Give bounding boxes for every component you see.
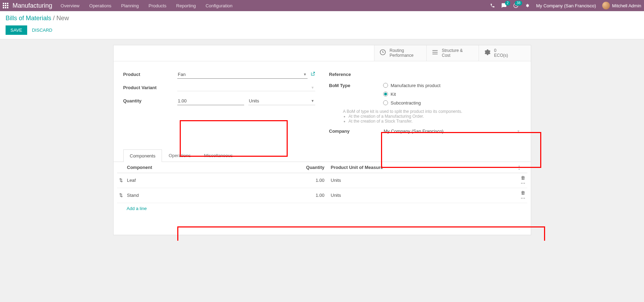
menu-planning[interactable]: Planning — [121, 3, 139, 8]
list-icon — [432, 49, 439, 57]
bom-type-label: BoM Type — [329, 83, 383, 88]
radio-icon — [383, 83, 388, 88]
reference-label: Reference — [329, 72, 383, 77]
variant-label: Product Variant — [123, 85, 177, 90]
cell-component[interactable]: Stand — [125, 188, 292, 203]
cell-quantity[interactable]: 1.00 — [292, 188, 327, 203]
clock-icon — [379, 49, 386, 57]
cell-component[interactable]: Leaf — [125, 173, 292, 188]
cell-uom[interactable]: Units — [327, 188, 515, 203]
menu-reporting[interactable]: Reporting — [176, 3, 196, 8]
chevron-down-icon: ▼ — [311, 86, 315, 90]
svg-rect-3 — [432, 52, 437, 53]
radio-icon — [383, 100, 388, 105]
apps-icon[interactable] — [3, 3, 8, 8]
topbar: Manufacturing Overview Operations Planni… — [0, 0, 644, 11]
drag-handle-icon[interactable]: ⇅ — [117, 188, 125, 203]
quantity-label: Quantity — [123, 98, 177, 103]
user-menu[interactable]: Mitchell Admin — [602, 2, 641, 9]
tab-miscellaneous[interactable]: Miscellaneous — [197, 149, 239, 162]
form-left-column: Product Fan ▼ Product Variant — [123, 70, 315, 135]
delete-row-icon[interactable]: 🗑 ⋯ — [515, 188, 527, 203]
tab-operations[interactable]: Operations — [162, 149, 197, 162]
svg-rect-4 — [432, 54, 437, 54]
reference-input[interactable] — [383, 70, 521, 78]
col-quantity: Quantity — [292, 162, 327, 173]
menu-operations[interactable]: Operations — [89, 3, 111, 8]
form-right-column: Reference BoM Type Manufacture this prod… — [329, 70, 521, 135]
components-table-wrap: Component Quantity Product Unit of Measu… — [114, 162, 531, 214]
chat-icon[interactable]: 2 — [501, 3, 507, 8]
external-link-icon[interactable] — [310, 71, 315, 77]
menu-products[interactable]: Products — [148, 3, 166, 8]
radio-icon — [383, 92, 388, 96]
stat-routing-performance[interactable]: RoutingPerformance — [374, 45, 426, 61]
col-uom: Product Unit of Measure — [327, 162, 515, 173]
stat-structure-cost[interactable]: Structure &Cost — [426, 45, 479, 61]
add-line-link[interactable]: Add a line — [117, 203, 527, 214]
debug-icon[interactable] — [525, 3, 530, 8]
user-name: Mitchell Admin — [612, 3, 641, 8]
chevron-down-icon: ▼ — [311, 99, 315, 103]
product-label: Product — [123, 72, 177, 77]
chat-badge: 2 — [505, 1, 511, 6]
app-brand[interactable]: Manufacturing — [13, 2, 52, 9]
cell-quantity[interactable]: 1.00 — [292, 173, 327, 188]
quantity-input[interactable] — [177, 97, 244, 105]
delete-row-icon[interactable]: 🗑 ⋯ — [515, 173, 527, 188]
chevron-down-icon: ▼ — [517, 129, 520, 133]
drag-handle-icon[interactable]: ⇅ — [117, 173, 125, 188]
bom-type-radio-group: Manufacture this product Kit Subcontract… — [383, 83, 441, 106]
product-field[interactable]: Fan ▼ — [177, 70, 308, 79]
radio-kit[interactable]: Kit — [383, 92, 441, 97]
stat-buttons: RoutingPerformance Structure &Cost 0ECO(… — [114, 45, 531, 61]
bom-type-help: A BoM of type kit is used to split the p… — [343, 109, 521, 124]
activity-badge: 38 — [515, 1, 522, 6]
form-sheet: RoutingPerformance Structure &Cost 0ECO(… — [113, 45, 531, 235]
phone-icon[interactable] — [490, 3, 495, 8]
breadcrumb-current: New — [56, 15, 69, 22]
cell-uom[interactable]: Units — [327, 173, 515, 188]
col-component: Component — [125, 162, 292, 173]
avatar — [602, 2, 610, 9]
company-switcher[interactable]: My Company (San Francisco) — [536, 3, 596, 8]
kebab-icon[interactable]: ⋮ — [517, 165, 521, 170]
action-bar: Bills of Materials / New SAVE DISCARD — [0, 11, 644, 39]
breadcrumb: Bills of Materials / New — [6, 15, 638, 22]
gears-icon — [484, 49, 491, 57]
discard-button[interactable]: DISCARD — [32, 28, 53, 33]
tabs: Components Operations Miscellaneous — [114, 149, 531, 162]
company-field[interactable]: My Company (San Francisco) ▼ — [383, 127, 521, 135]
chevron-down-icon: ▼ — [303, 72, 307, 76]
table-row[interactable]: ⇅ Leaf 1.00 Units 🗑 ⋯ — [117, 173, 527, 188]
menu-configuration[interactable]: Configuration — [205, 3, 232, 8]
activity-icon[interactable]: 38 — [513, 3, 519, 8]
menu-overview[interactable]: Overview — [61, 3, 79, 8]
radio-subcontracting[interactable]: Subcontracting — [383, 100, 441, 106]
svg-rect-2 — [432, 50, 437, 51]
unit-field[interactable]: Units ▼ — [248, 97, 315, 105]
save-button[interactable]: SAVE — [6, 25, 27, 35]
stat-ecos[interactable]: 0ECO(s) — [479, 45, 531, 61]
components-table: Component Quantity Product Unit of Measu… — [117, 162, 527, 203]
tab-components[interactable]: Components — [123, 149, 162, 162]
main-menu: Overview Operations Planning Products Re… — [61, 3, 232, 8]
radio-manufacture[interactable]: Manufacture this product — [383, 83, 441, 88]
variant-field[interactable]: ▼ — [177, 84, 315, 91]
company-label: Company — [329, 129, 383, 134]
table-row[interactable]: ⇅ Stand 1.00 Units 🗑 ⋯ — [117, 188, 527, 203]
breadcrumb-root[interactable]: Bills of Materials — [6, 15, 51, 22]
